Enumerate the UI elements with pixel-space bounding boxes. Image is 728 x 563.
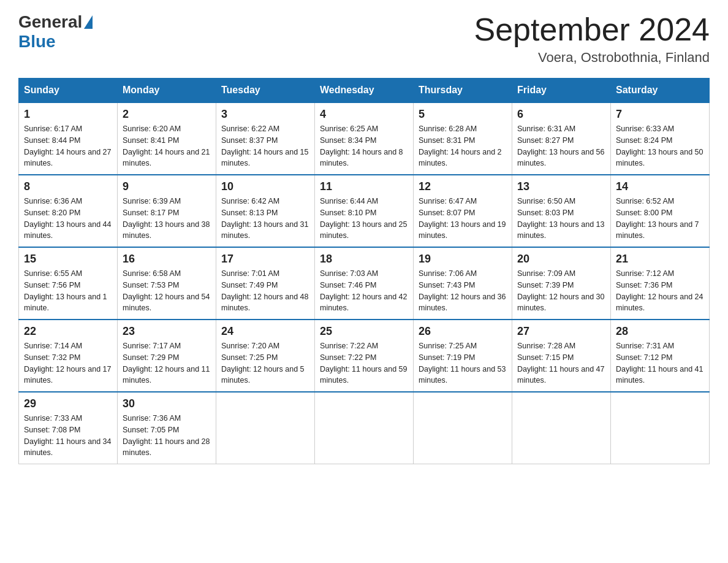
calendar-day-cell: 18Sunrise: 7:03 AMSunset: 7:46 PMDayligh… [315, 247, 414, 320]
day-number: 13 [517, 180, 605, 193]
calendar-day-cell: 23Sunrise: 7:17 AMSunset: 7:29 PMDayligh… [118, 320, 216, 392]
day-number: 6 [517, 108, 605, 121]
calendar-header-saturday: Saturday [611, 79, 710, 103]
day-info: Sunrise: 6:39 AMSunset: 8:17 PMDaylight:… [123, 196, 211, 242]
title-section: September 2024 Voera, Ostrobothnia, Finl… [474, 12, 710, 66]
calendar-day-cell: 14Sunrise: 6:52 AMSunset: 8:00 PMDayligh… [611, 175, 710, 247]
day-number: 17 [221, 253, 309, 266]
calendar-header-thursday: Thursday [414, 79, 512, 103]
day-number: 14 [616, 180, 704, 193]
calendar-week-row: 15Sunrise: 6:55 AMSunset: 7:56 PMDayligh… [19, 247, 710, 320]
day-number: 27 [517, 325, 605, 338]
day-info: Sunrise: 7:03 AMSunset: 7:46 PMDaylight:… [320, 268, 408, 314]
day-number: 26 [419, 325, 507, 338]
calendar-day-cell: 26Sunrise: 7:25 AMSunset: 7:19 PMDayligh… [414, 320, 512, 392]
day-number: 24 [221, 325, 309, 338]
calendar-day-cell: 22Sunrise: 7:14 AMSunset: 7:32 PMDayligh… [19, 320, 118, 392]
day-number: 3 [221, 108, 309, 121]
calendar-day-cell: 11Sunrise: 6:44 AMSunset: 8:10 PMDayligh… [315, 175, 414, 247]
day-number: 23 [123, 325, 211, 338]
day-info: Sunrise: 7:36 AMSunset: 7:05 PMDaylight:… [123, 413, 211, 459]
day-number: 9 [123, 180, 211, 193]
calendar-day-cell: 30Sunrise: 7:36 AMSunset: 7:05 PMDayligh… [118, 392, 216, 464]
day-info: Sunrise: 7:12 AMSunset: 7:36 PMDaylight:… [616, 268, 704, 314]
day-number: 19 [419, 253, 507, 266]
calendar-day-cell: 17Sunrise: 7:01 AMSunset: 7:49 PMDayligh… [216, 247, 315, 320]
day-info: Sunrise: 6:44 AMSunset: 8:10 PMDaylight:… [320, 196, 408, 242]
calendar-day-cell: 24Sunrise: 7:20 AMSunset: 7:25 PMDayligh… [216, 320, 315, 392]
day-info: Sunrise: 7:28 AMSunset: 7:15 PMDaylight:… [517, 340, 605, 386]
day-info: Sunrise: 7:01 AMSunset: 7:49 PMDaylight:… [221, 268, 309, 314]
calendar-day-cell: 28Sunrise: 7:31 AMSunset: 7:12 PMDayligh… [611, 320, 710, 392]
page-header: General Blue September 2024 Voera, Ostro… [18, 12, 710, 66]
calendar-header-sunday: Sunday [19, 79, 118, 103]
calendar-day-cell [315, 392, 414, 464]
day-number: 25 [320, 325, 408, 338]
day-info: Sunrise: 7:33 AMSunset: 7:08 PMDaylight:… [24, 413, 112, 459]
day-number: 21 [616, 253, 704, 266]
day-number: 20 [517, 253, 605, 266]
calendar-week-row: 1Sunrise: 6:17 AMSunset: 8:44 PMDaylight… [19, 102, 710, 175]
day-info: Sunrise: 7:17 AMSunset: 7:29 PMDaylight:… [123, 340, 211, 386]
day-number: 2 [123, 108, 211, 121]
calendar-day-cell: 20Sunrise: 7:09 AMSunset: 7:39 PMDayligh… [512, 247, 611, 320]
month-title: September 2024 [474, 12, 710, 47]
calendar-header-wednesday: Wednesday [315, 79, 414, 103]
day-info: Sunrise: 7:06 AMSunset: 7:43 PMDaylight:… [419, 268, 507, 314]
calendar-day-cell [216, 392, 315, 464]
calendar-week-row: 22Sunrise: 7:14 AMSunset: 7:32 PMDayligh… [19, 320, 710, 392]
day-number: 16 [123, 253, 211, 266]
calendar-day-cell: 7Sunrise: 6:33 AMSunset: 8:24 PMDaylight… [611, 102, 710, 175]
calendar-day-cell: 21Sunrise: 7:12 AMSunset: 7:36 PMDayligh… [611, 247, 710, 320]
calendar-day-cell: 4Sunrise: 6:25 AMSunset: 8:34 PMDaylight… [315, 102, 414, 175]
day-info: Sunrise: 6:47 AMSunset: 8:07 PMDaylight:… [419, 196, 507, 242]
location-title: Voera, Ostrobothnia, Finland [474, 50, 710, 66]
calendar-header-friday: Friday [512, 79, 611, 103]
day-info: Sunrise: 7:22 AMSunset: 7:22 PMDaylight:… [320, 340, 408, 386]
calendar-day-cell [414, 392, 512, 464]
calendar-day-cell: 12Sunrise: 6:47 AMSunset: 8:07 PMDayligh… [414, 175, 512, 247]
calendar-day-cell: 16Sunrise: 6:58 AMSunset: 7:53 PMDayligh… [118, 247, 216, 320]
logo-blue-text: Blue [18, 32, 56, 52]
day-number: 11 [320, 180, 408, 193]
calendar-week-row: 8Sunrise: 6:36 AMSunset: 8:20 PMDaylight… [19, 175, 710, 247]
day-number: 4 [320, 108, 408, 121]
day-info: Sunrise: 7:20 AMSunset: 7:25 PMDaylight:… [221, 340, 309, 386]
day-number: 10 [221, 180, 309, 193]
day-info: Sunrise: 6:36 AMSunset: 8:20 PMDaylight:… [24, 196, 112, 242]
calendar-table: SundayMondayTuesdayWednesdayThursdayFrid… [18, 78, 710, 464]
day-info: Sunrise: 6:58 AMSunset: 7:53 PMDaylight:… [123, 268, 211, 314]
day-number: 22 [24, 325, 112, 338]
calendar-day-cell: 1Sunrise: 6:17 AMSunset: 8:44 PMDaylight… [19, 102, 118, 175]
day-number: 12 [419, 180, 507, 193]
calendar-week-row: 29Sunrise: 7:33 AMSunset: 7:08 PMDayligh… [19, 392, 710, 464]
day-info: Sunrise: 6:17 AMSunset: 8:44 PMDaylight:… [24, 123, 112, 169]
day-number: 1 [24, 108, 112, 121]
calendar-day-cell [512, 392, 611, 464]
day-number: 29 [24, 397, 112, 410]
calendar-day-cell: 10Sunrise: 6:42 AMSunset: 8:13 PMDayligh… [216, 175, 315, 247]
calendar-day-cell: 19Sunrise: 7:06 AMSunset: 7:43 PMDayligh… [414, 247, 512, 320]
day-info: Sunrise: 6:33 AMSunset: 8:24 PMDaylight:… [616, 123, 704, 169]
calendar-header-monday: Monday [118, 79, 216, 103]
calendar-day-cell: 29Sunrise: 7:33 AMSunset: 7:08 PMDayligh… [19, 392, 118, 464]
day-number: 28 [616, 325, 704, 338]
day-info: Sunrise: 6:22 AMSunset: 8:37 PMDaylight:… [221, 123, 309, 169]
day-info: Sunrise: 6:52 AMSunset: 8:00 PMDaylight:… [616, 196, 704, 242]
calendar-day-cell: 3Sunrise: 6:22 AMSunset: 8:37 PMDaylight… [216, 102, 315, 175]
calendar-day-cell [611, 392, 710, 464]
logo-triangle-icon [84, 15, 93, 29]
day-info: Sunrise: 7:25 AMSunset: 7:19 PMDaylight:… [419, 340, 507, 386]
day-info: Sunrise: 6:25 AMSunset: 8:34 PMDaylight:… [320, 123, 408, 169]
calendar-day-cell: 13Sunrise: 6:50 AMSunset: 8:03 PMDayligh… [512, 175, 611, 247]
day-info: Sunrise: 6:28 AMSunset: 8:31 PMDaylight:… [419, 123, 507, 169]
calendar-day-cell: 2Sunrise: 6:20 AMSunset: 8:41 PMDaylight… [118, 102, 216, 175]
day-info: Sunrise: 6:55 AMSunset: 7:56 PMDaylight:… [24, 268, 112, 314]
calendar-header-tuesday: Tuesday [216, 79, 315, 103]
calendar-day-cell: 15Sunrise: 6:55 AMSunset: 7:56 PMDayligh… [19, 247, 118, 320]
day-number: 18 [320, 253, 408, 266]
calendar-day-cell: 8Sunrise: 6:36 AMSunset: 8:20 PMDaylight… [19, 175, 118, 247]
calendar-day-cell: 27Sunrise: 7:28 AMSunset: 7:15 PMDayligh… [512, 320, 611, 392]
day-info: Sunrise: 6:50 AMSunset: 8:03 PMDaylight:… [517, 196, 605, 242]
day-info: Sunrise: 6:42 AMSunset: 8:13 PMDaylight:… [221, 196, 309, 242]
